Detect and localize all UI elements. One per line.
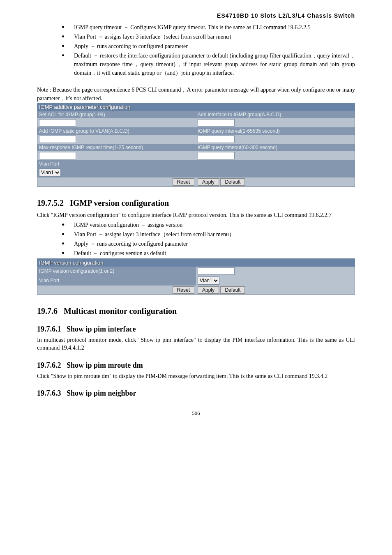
section-desc: In multicast protocol monitor mode, clic…	[37, 336, 355, 352]
version-bullet-list: IGMP version configuration － assigns ver…	[37, 221, 355, 258]
section-desc: Click "IGMP version configuration" to co…	[37, 211, 355, 219]
static-group-input[interactable]	[39, 136, 76, 143]
section-title: Show ip pim interface	[67, 325, 136, 333]
label-static-group: Add IGMP static group to VLAN(A.B.C.D)	[37, 127, 196, 135]
label-version: IGMP version configuration(1 or 2)	[37, 267, 196, 276]
subsection-heading: 19.7.6.3 Show ip pim neighbor	[37, 389, 355, 398]
list-item: Default － configures version as default	[62, 249, 355, 258]
panel-title: IGMP version configuration	[37, 258, 355, 267]
top-bullet-list: IGMP query timeout － Configures IGMP que…	[37, 23, 355, 77]
apply-button[interactable]: Apply	[198, 286, 219, 294]
label-vlan-port: Vlan Port	[37, 160, 355, 168]
section-desc: Click "Show ip pim mroute dm" to display…	[37, 372, 355, 380]
label-add-interface: Add interface to IGMP group(A.B.C.D)	[196, 111, 355, 118]
section-title: Show ip pim neighbor	[67, 389, 136, 397]
section-heading: 19.7.5.2 IGMP version configuration	[37, 198, 355, 208]
igmp-version-panel: IGMP version configuration IGMP version …	[37, 258, 355, 295]
default-button[interactable]: Default	[220, 178, 245, 186]
section-num: 19.7.6	[37, 306, 58, 315]
section-num: 19.7.6.1	[37, 325, 61, 333]
acl-input[interactable]	[39, 119, 76, 127]
version-input[interactable]	[198, 267, 235, 275]
list-item: Apply － runs according to configured par…	[62, 240, 355, 248]
apply-button[interactable]: Apply	[198, 178, 219, 186]
label-vlan-port: Vlan Port	[37, 276, 196, 286]
section-num: 19.7.6.2	[37, 361, 61, 369]
label-acl: Set ACL for IGMP group(1-99)	[37, 111, 196, 118]
default-button[interactable]: Default	[220, 286, 245, 294]
panel-title: IGMP additive parameter configuration	[37, 103, 355, 111]
add-interface-input[interactable]	[198, 119, 235, 127]
section-num: 19.7.6.3	[37, 389, 61, 397]
label-max-response: Max-response IGMP request time(1-25 seco…	[37, 144, 196, 151]
label-query-interval: IGMP query interval(1-65535 second)	[196, 127, 355, 135]
section-title: IGMP version configuration	[70, 198, 169, 207]
section-heading: 19.7.6 Multicast monitor configuration	[37, 306, 355, 316]
vlan-port-select[interactable]: Vlan1	[39, 168, 61, 177]
section-title: Show ip pim mroute dm	[67, 361, 143, 369]
label-query-timeout: IGMP query timeout(60-300 second)	[196, 144, 355, 151]
reset-button[interactable]: Reset	[173, 178, 194, 186]
list-item: IGMP query timeout － Configures IGMP que…	[62, 23, 355, 32]
vlan-port-select-2[interactable]: Vlan1	[198, 276, 219, 285]
note-text: Note : Because the page correspondence 6…	[37, 85, 355, 103]
igmp-additive-panel: IGMP additive parameter configuration Se…	[37, 103, 355, 187]
list-item: Apply － runs according to configured par…	[62, 42, 355, 51]
query-timeout-input[interactable]	[198, 152, 235, 159]
list-item: IGMP version configuration － assigns ver…	[62, 221, 355, 229]
list-item: Default － restores the interface configu…	[62, 51, 355, 77]
max-response-input[interactable]	[39, 152, 76, 159]
reset-button[interactable]: Reset	[173, 286, 194, 294]
subsection-heading: 19.7.6.2 Show ip pim mroute dm	[37, 361, 355, 370]
query-interval-input[interactable]	[198, 136, 235, 143]
subsection-heading: 19.7.6.1 Show ip pim interface	[37, 325, 355, 334]
list-item: Vlan Port － assigns layer 3 interface（se…	[62, 32, 355, 41]
list-item: Vlan Port － assigns layer 3 interface（se…	[62, 230, 355, 239]
page-number: 506	[37, 410, 355, 417]
section-title: Multicast monitor configuration	[64, 306, 177, 315]
doc-header: ES4710BD 10 Slots L2/L3/L4 Chassis Switc…	[37, 12, 355, 19]
section-num: 19.7.5.2	[37, 198, 64, 207]
